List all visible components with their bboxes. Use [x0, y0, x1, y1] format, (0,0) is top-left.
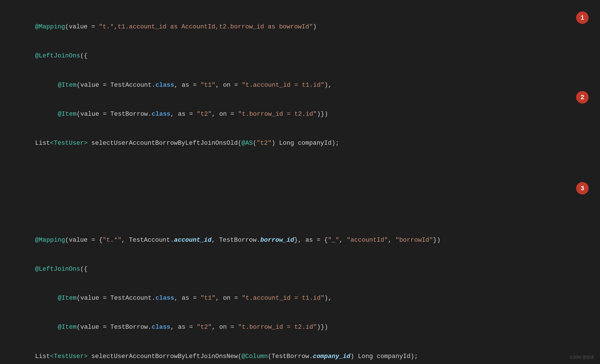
line-s2-5: List<TestUser> selectUserAccountBorrowBy… — [13, 342, 577, 364]
annotation: @Mapping — [35, 23, 65, 30]
line-s2-2: @LeftJoinOns({ — [13, 255, 577, 284]
badge-1: 1 — [576, 11, 589, 24]
line-s1-5: List<TestUser> selectUserAccountBorrowBy… — [13, 129, 577, 158]
line-s1-1: @Mapping(value = "t.*,t1.account_id as A… — [13, 13, 577, 42]
line-s1-4: @Item(value = TestBorrow.class, as = "t2… — [13, 100, 577, 129]
code-container: 1 2 3 @Mapping(value = "t.*,t1.account_i… — [0, 0, 600, 364]
section-2: @Mapping(value = {"t.*", TestAccount.acc… — [0, 223, 600, 364]
line-s1-2: @LeftJoinOns({ — [13, 42, 577, 71]
line-s2-4: @Item(value = TestBorrow.class, as = "t2… — [13, 313, 577, 342]
badge-2: 2 — [576, 91, 589, 104]
line-s1-3: @Item(value = TestAccount.class, as = "t… — [13, 71, 577, 100]
line-s2-1: @Mapping(value = {"t.*", TestAccount.acc… — [13, 226, 577, 255]
badge-3: 3 — [576, 182, 589, 195]
watermark: CSDN @技术 — [570, 354, 594, 361]
section-1: @Mapping(value = "t.*,t1.account_id as A… — [0, 6, 600, 158]
line-s2-3: @Item(value = TestAccount.class, as = "t… — [13, 284, 577, 313]
